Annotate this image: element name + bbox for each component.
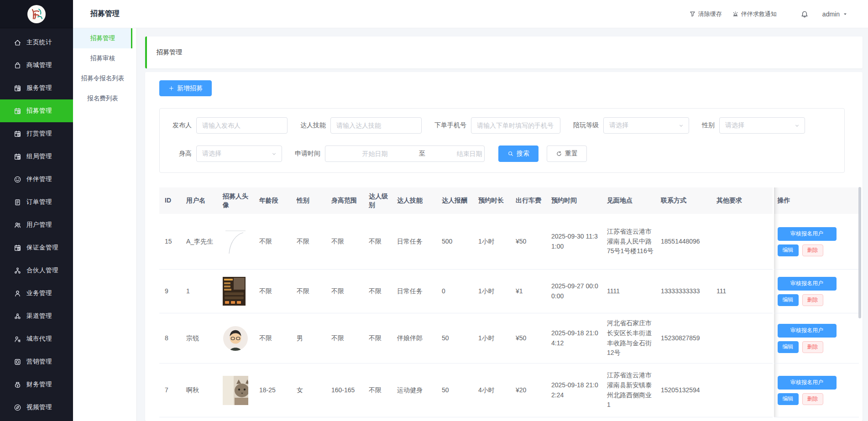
- add-recruit-button[interactable]: 新增招募: [159, 80, 212, 96]
- cell-id: 8: [159, 313, 183, 364]
- sidebar-item-16[interactable]: 财务管理: [0, 373, 73, 396]
- sidebar-item-label: 营销管理: [26, 358, 52, 366]
- sidebar-item-1[interactable]: 主页统计: [0, 31, 73, 54]
- cell-actions: 审核报名用户编辑删除: [773, 270, 859, 313]
- filter-label: 达人技能: [300, 121, 326, 130]
- sidebar-item-13[interactable]: 渠道管理: [0, 305, 73, 327]
- cell-height-range: 不限: [328, 270, 365, 313]
- companion-icon: [14, 176, 21, 183]
- chevron-down-icon: [271, 151, 277, 157]
- submenu-item-2[interactable]: 招募审核: [73, 48, 132, 68]
- sidebar-item-4[interactable]: 招募管理: [0, 99, 73, 122]
- sidebar-item-14[interactable]: 城市代理: [0, 327, 73, 350]
- filter-input[interactable]: [471, 117, 560, 134]
- column-header-8: 达人技能: [393, 187, 438, 214]
- date-range-separator: 至: [416, 150, 428, 158]
- reset-label: 重置: [565, 150, 578, 158]
- filter-select[interactable]: 请选择: [196, 146, 282, 162]
- delete-button[interactable]: 删除: [802, 341, 823, 353]
- poster-image[interactable]: [223, 277, 248, 306]
- cell-reward: 50: [438, 364, 475, 417]
- review-applicants-button[interactable]: 审核报名用户: [778, 324, 837, 338]
- sidebar-item-10[interactable]: 保证金管理: [0, 236, 73, 259]
- delete-button[interactable]: 删除: [802, 244, 823, 256]
- sidebar-item-17[interactable]: 视频管理: [0, 396, 73, 419]
- submenu-item-4[interactable]: 报名费列表: [73, 88, 132, 109]
- review-applicants-button[interactable]: 审核报名用户: [778, 376, 837, 390]
- filter-input[interactable]: [196, 117, 288, 134]
- cell-place: 江苏省连云港市灌南县人民中路75号1号楼116号: [603, 214, 657, 270]
- home-icon: [14, 39, 21, 47]
- sidebar-item-11[interactable]: 合伙人管理: [0, 259, 73, 282]
- column-header-12: 预约时间: [548, 187, 603, 214]
- sidebar-item-label: 伴伴管理: [26, 175, 52, 183]
- column-header-7: 达人级别: [365, 187, 393, 214]
- cartoon-man-image[interactable]: [223, 324, 248, 353]
- edit-button[interactable]: 编辑: [778, 393, 799, 405]
- vertical-scrollbar[interactable]: [858, 187, 861, 318]
- submenu-item-1[interactable]: 招募管理: [73, 28, 132, 48]
- reset-button[interactable]: 重置: [547, 146, 587, 162]
- plus-icon: [168, 85, 174, 91]
- user-dropdown[interactable]: admin: [822, 10, 848, 18]
- bell-icon[interactable]: [800, 10, 809, 18]
- recruit-table-wrap: ID用户名招募人头像年龄段性别身高范围达人级别达人技能达人报酬预约时长出行车费预…: [159, 187, 863, 417]
- cell-contact: 18551448096: [657, 214, 713, 270]
- caret-down-icon: [842, 11, 848, 17]
- add-recruit-label: 新增招募: [177, 84, 203, 93]
- sidebar-item-5[interactable]: 打赏管理: [0, 122, 73, 145]
- sidebar-item-12[interactable]: 业务管理: [0, 282, 73, 305]
- cell-username: 宗锐: [183, 313, 219, 364]
- cell-age: 不限: [256, 214, 293, 270]
- review-applicants-button[interactable]: 审核报名用户: [778, 227, 837, 241]
- clear-cache-button[interactable]: 清除缓存: [689, 10, 722, 18]
- date-range-picker[interactable]: 至: [325, 146, 485, 162]
- sos-notice-button[interactable]: 伴伴求救通知: [732, 10, 777, 18]
- sidebar-item-9[interactable]: 用户管理: [0, 213, 73, 236]
- sidebar-item-8[interactable]: 订单管理: [0, 191, 73, 213]
- sidebar-item-2[interactable]: 商城管理: [0, 54, 73, 77]
- filter-field: 身高请选择: [168, 146, 282, 162]
- filter-input[interactable]: [330, 117, 422, 134]
- search-button[interactable]: 搜索: [498, 146, 539, 162]
- sidebar-item-7[interactable]: 伴伴管理: [0, 168, 73, 191]
- sidebar-item-6[interactable]: 组局管理: [0, 145, 73, 168]
- edit-button[interactable]: 编辑: [778, 294, 799, 306]
- cell-other: 111: [713, 270, 773, 313]
- filter-select[interactable]: 请选择: [603, 117, 689, 134]
- cell-age: 不限: [256, 313, 293, 364]
- start-date-input[interactable]: [334, 150, 416, 157]
- cell-avatar: [219, 214, 256, 270]
- cell-avatar: [219, 364, 256, 417]
- broken-image[interactable]: [223, 228, 248, 256]
- submenu-item-3[interactable]: 招募令报名列表: [73, 68, 132, 88]
- delete-button[interactable]: 删除: [802, 393, 823, 405]
- cell-contact: 15205132594: [657, 364, 713, 417]
- cell-height-range: 不限: [328, 214, 365, 270]
- cell-level: 不限: [365, 364, 393, 417]
- sidebar-item-15[interactable]: 营销管理: [0, 350, 73, 373]
- cell-age: 不限: [256, 270, 293, 313]
- calendar-clock-icon: [14, 84, 21, 92]
- sidebar-item-label: 城市代理: [26, 335, 52, 343]
- channel-icon: [14, 312, 21, 320]
- filter-select[interactable]: 请选择: [719, 117, 805, 134]
- sos-notice-label: 伴伴求救通知: [741, 10, 777, 18]
- delete-button[interactable]: 删除: [802, 294, 823, 306]
- column-header-1: ID: [159, 187, 183, 214]
- mall-icon: [14, 62, 21, 69]
- review-applicants-button[interactable]: 审核报名用户: [778, 277, 837, 291]
- cat-image[interactable]: [223, 376, 248, 405]
- sidebar-item-3[interactable]: 服务管理: [0, 77, 73, 99]
- sidebar-item-label: 打赏管理: [26, 130, 52, 138]
- edit-button[interactable]: 编辑: [778, 341, 799, 353]
- secondary-sidebar: 招募管理招募审核招募令报名列表报名费列表: [73, 28, 137, 421]
- table-row-7: 7啊秋18-25女160-165不限运动健身504小时¥202025-09-18…: [159, 364, 859, 417]
- submenu-item-label: 招募管理: [90, 34, 115, 42]
- calendar-clock-icon: [14, 130, 21, 138]
- filter-label: 下单手机号: [434, 121, 466, 130]
- filter-label: 发布人: [168, 121, 192, 130]
- edit-button[interactable]: 编辑: [778, 244, 799, 256]
- top-header: 招募管理 清除缓存 伴伴求救通知 admin: [73, 0, 868, 28]
- sidebar-item-label: 视频管理: [26, 403, 52, 411]
